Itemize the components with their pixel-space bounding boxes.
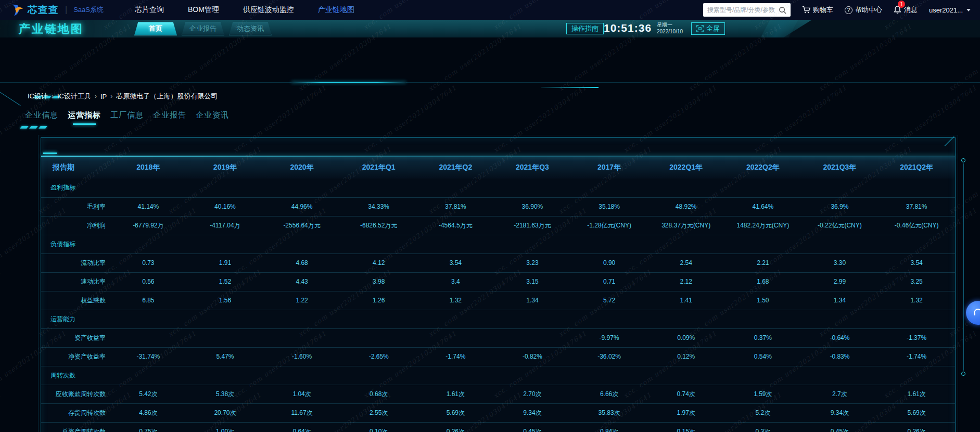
metric-row-6: 权益乘数6.851.561.221.261.321.345.721.411.50… (41, 291, 955, 310)
metric-value-1 (187, 328, 264, 347)
module-tab-2[interactable]: 动态资讯 (229, 22, 272, 35)
metrics-panel: 报告期2018年2019年2020年2021年Q12021年Q22021年Q32… (41, 137, 956, 432)
section-row-3: 负债指标 (41, 235, 955, 253)
service-icon (973, 308, 980, 318)
metric-value-2 (263, 328, 340, 347)
date-label: 2022/10/10 (657, 28, 683, 35)
column-header-4: 2021年Q1 (340, 157, 417, 179)
metric-value-0: 0.73 (110, 253, 187, 272)
metric-value-6: 0.90 (571, 253, 648, 272)
metric-value-7: 0.74次 (647, 385, 724, 403)
metric-label: 权益乘数 (41, 291, 110, 310)
column-header-2: 2019年 (187, 157, 264, 179)
search-input[interactable] (707, 6, 775, 14)
metric-value-8: 0.3次 (724, 422, 801, 432)
detail-tab-1[interactable]: 运营指标 (68, 110, 101, 125)
section-label: 周转次数 (41, 366, 955, 385)
messages-button[interactable]: 1 消息 (894, 5, 918, 15)
metric-value-3: 2.55次 (340, 403, 417, 422)
slash-decoration (21, 126, 46, 129)
circuit-line-bright (291, 82, 406, 83)
metric-value-9: 3.30 (801, 253, 879, 272)
logo-divider: | (65, 5, 67, 15)
topnav-item-2[interactable]: 供应链波动监控 (243, 5, 294, 15)
metric-value-1: 1.56 (187, 291, 264, 310)
cart-button[interactable]: 购物车 (802, 5, 833, 15)
section-row-10: 周转次数 (41, 366, 955, 385)
help-center-button[interactable]: ? 帮助中心 (845, 5, 882, 15)
metric-value-3: 0.68次 (340, 385, 417, 403)
metric-value-10: 3.54 (878, 253, 955, 272)
breadcrumb-item-3[interactable]: 芯原微电子（上海）股份有限公司 (116, 92, 218, 101)
metric-label: 净利润 (41, 216, 110, 235)
column-header-1: 2018年 (110, 157, 187, 179)
section-label: 负债指标 (41, 235, 955, 253)
column-header-10: 2021Q3年 (801, 157, 879, 179)
topnav-item-3[interactable]: 产业链地图 (318, 5, 354, 15)
breadcrumb-item-0[interactable]: IC设计 (28, 92, 48, 101)
metric-value-9: -0.22亿元(CNY) (801, 216, 879, 235)
clock-date: 星期一 2022/10/10 (657, 21, 683, 35)
metric-value-6: 35.83次 (571, 403, 648, 422)
clock-time: 10:51:36 (604, 22, 652, 34)
metric-value-10: 1.32 (878, 291, 955, 310)
module-tab-1[interactable]: 企业报告 (182, 22, 224, 35)
metric-value-4: 1.61次 (417, 385, 494, 403)
cart-icon (802, 6, 810, 14)
metric-value-2: 44.96% (263, 197, 340, 216)
operation-guide-button[interactable]: 操作指南 (566, 23, 604, 34)
metric-value-10: 0.26次 (878, 422, 955, 432)
metric-value-4: 3.54 (417, 253, 494, 272)
metric-value-4: 5.69次 (417, 403, 494, 422)
metric-value-4: -1.74% (417, 347, 494, 366)
metric-label: 总资产周转次数 (41, 422, 110, 432)
metric-label: 资产收益率 (41, 328, 110, 347)
metric-value-10: 3.25 (878, 272, 955, 291)
module-tab-0[interactable]: 首页 (134, 22, 177, 35)
metric-label: 毛利率 (41, 197, 110, 216)
detail-tab-2[interactable]: 工厂信息 (110, 110, 144, 125)
metric-value-0: 4.86次 (110, 403, 187, 422)
metric-value-8: 0.54% (724, 347, 801, 366)
detail-tab-3[interactable]: 企业报告 (153, 110, 186, 125)
metric-value-7: 2.12 (647, 272, 724, 291)
fullscreen-button[interactable]: 全屏 (691, 22, 725, 35)
metric-label: 净资产收益率 (41, 347, 110, 366)
metric-value-7: 1.97次 (647, 403, 724, 422)
column-header-9: 2022Q2年 (724, 157, 801, 179)
topnav-item-0[interactable]: 芯片查询 (135, 5, 164, 15)
metric-value-3: 4.12 (340, 253, 417, 272)
weekday-label: 星期一 (657, 21, 683, 28)
metric-value-9: 1.34 (801, 291, 879, 310)
metric-value-6: -36.02% (571, 347, 648, 366)
breadcrumb-item-1[interactable]: IC设计工具 (57, 92, 91, 101)
operating-metrics-table: 报告期2018年2019年2020年2021年Q12021年Q22021年Q32… (41, 157, 955, 432)
main-content: IC设计›IC设计工具›IP›芯原微电子（上海）股份有限公司 企业信息运营指标工… (0, 37, 980, 432)
user-menu[interactable]: user2021... (929, 6, 971, 14)
metric-value-1: 1.52 (187, 272, 264, 291)
section-label: 盈利指标 (41, 179, 955, 197)
metric-value-9: 9.34次 (801, 403, 879, 422)
metric-value-8: 0.37% (724, 328, 801, 347)
metric-row-4: 流动比率0.731.914.684.123.543.230.902.542.21… (41, 253, 955, 272)
metric-value-9: 2.7次 (801, 385, 879, 403)
metric-value-2: 1.22 (263, 291, 340, 310)
chevron-down-icon (966, 9, 971, 11)
breadcrumb-item-2[interactable]: IP (100, 93, 107, 100)
metric-value-7: 0.09% (647, 328, 724, 347)
section-label: 运营能力 (41, 310, 955, 328)
column-header-5: 2021年Q2 (417, 157, 494, 179)
detail-tab-0[interactable]: 企业信息 (25, 110, 58, 125)
metric-row-9: 净资产收益率-31.74%5.47%-1.60%-2.65%-1.74%-0.8… (41, 347, 955, 366)
app-logo[interactable]: 芯查查 | SaaS系统 (9, 3, 104, 17)
detail-tab-4[interactable]: 企业资讯 (196, 110, 229, 125)
xinchacha-logo-icon (9, 3, 23, 17)
top-navigation-bar: 芯查查 | SaaS系统 芯片查询BOM管理供应链波动监控产业链地图 购物车 ?… (0, 0, 980, 20)
metric-value-9: -0.83% (801, 347, 879, 366)
search-box (703, 3, 791, 17)
table-header-row: 报告期2018年2019年2020年2021年Q12021年Q22021年Q32… (41, 157, 955, 179)
metric-value-1: 5.47% (187, 347, 264, 366)
search-icon[interactable] (779, 6, 786, 14)
metric-value-5: 3.23 (494, 253, 571, 272)
topnav-item-1[interactable]: BOM管理 (188, 5, 219, 15)
